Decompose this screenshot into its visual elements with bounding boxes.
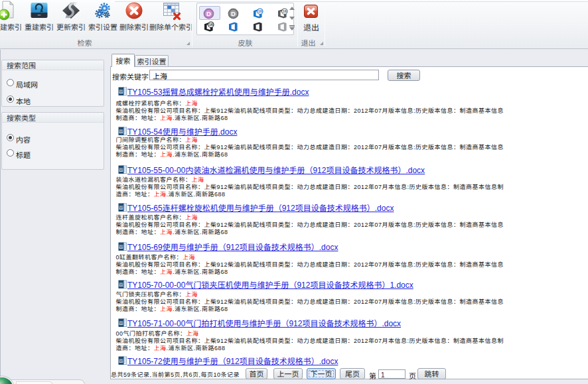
svg-text:16: 16 [209, 23, 213, 27]
svg-text:W: W [119, 129, 123, 133]
svg-text:W: W [119, 359, 123, 363]
svg-text:W: W [119, 90, 123, 94]
svg-text:16: 16 [283, 9, 287, 13]
svg-text:D: D [231, 10, 236, 17]
svg-text:W: W [119, 168, 123, 172]
svg-text:W: W [119, 206, 123, 210]
svg-text:W: W [119, 245, 123, 249]
svg-text:W: W [119, 283, 123, 287]
svg-text:D: D [206, 10, 211, 17]
svg-text:16: 16 [258, 9, 262, 13]
svg-text:W: W [119, 321, 123, 325]
